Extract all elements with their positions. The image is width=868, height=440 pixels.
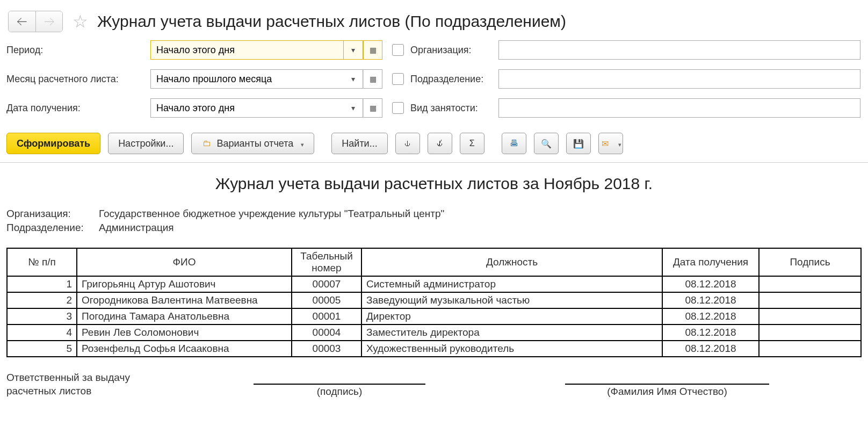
preview-button[interactable]: 🔍	[534, 133, 559, 154]
cell-sign	[759, 276, 861, 292]
floppy-icon: 💾	[573, 138, 584, 149]
cell-num: 4	[7, 324, 77, 341]
cell-num: 2	[7, 292, 77, 308]
report-meta: Организация: Государственное бюджетное у…	[0, 208, 868, 248]
expand-groups-button[interactable]: ⫝	[395, 133, 420, 154]
cell-sign	[759, 308, 861, 324]
cell-fio: Григорьянц Артур Ашотович	[77, 276, 292, 292]
cell-num: 3	[7, 308, 77, 324]
cell-date: 08.12.2018	[662, 324, 759, 341]
organization-input[interactable]	[498, 40, 860, 60]
signature-line-2: (Фамилия Имя Отчество)	[565, 384, 769, 398]
magnifier-icon: 🔍	[541, 138, 552, 149]
col-tab: Табельный номер	[292, 248, 361, 276]
favorite-star-icon[interactable]: ☆	[69, 11, 91, 32]
sigma-icon: Σ	[467, 138, 478, 149]
cell-fio: Огородникова Валентина Матвеевна	[77, 292, 292, 308]
month-calendar-button[interactable]: ▦	[363, 69, 382, 89]
meta-dept-label: Подразделение:	[6, 222, 99, 234]
cell-sign	[759, 341, 861, 357]
email-button[interactable]: ✉	[598, 133, 623, 154]
report-title: Журнал учета выдачи расчетных листов за …	[0, 167, 868, 208]
meta-org-label: Организация:	[6, 208, 99, 220]
col-sign: Подпись	[759, 248, 861, 276]
header: 🡠 🡢 ☆ Журнал учета выдачи расчетных лист…	[0, 0, 868, 38]
cell-fio: Погодина Тамара Анатольевна	[77, 308, 292, 324]
department-input[interactable]	[498, 69, 860, 89]
organization-checkbox[interactable]	[392, 44, 404, 56]
cell-date: 08.12.2018	[662, 341, 759, 357]
cell-date: 08.12.2018	[662, 308, 759, 324]
envelope-icon: ✉	[600, 138, 611, 149]
receive-date-picker: ▾ ▦	[150, 98, 382, 118]
expand-icon: ⫝	[402, 138, 413, 149]
organization-label: Организация:	[410, 45, 498, 56]
cell-fio: Розенфельд Софья Исааковна	[77, 341, 292, 357]
department-checkbox[interactable]	[392, 73, 404, 85]
toolbar: Сформировать Настройки... 🗀 Варианты отч…	[0, 133, 868, 162]
report-body: Журнал учета выдачи расчетных листов за …	[0, 162, 868, 404]
col-date: Дата получения	[662, 248, 759, 276]
receive-date-input[interactable]	[150, 98, 344, 118]
page-title: Журнал учета выдачи расчетных листов (По…	[97, 12, 566, 31]
cell-tab: 00007	[292, 276, 361, 292]
table-row: 2Огородникова Валентина Матвеевна00005За…	[7, 292, 861, 308]
report-variants-button[interactable]: 🗀 Варианты отчета	[191, 133, 314, 154]
cell-num: 5	[7, 341, 77, 357]
settings-button[interactable]: Настройки...	[108, 133, 184, 154]
sum-button[interactable]: Σ	[460, 133, 484, 154]
col-pos: Должность	[361, 248, 662, 276]
cell-pos: Художественный руководитель	[361, 341, 662, 357]
employment-label: Вид занятости:	[410, 103, 498, 114]
table-row: 1Григорьянц Артур Ашотович00007Системный…	[7, 276, 861, 292]
cell-tab: 00001	[292, 308, 361, 324]
print-button[interactable]: 🖶	[502, 133, 526, 154]
table-row: 4Ревин Лев Соломонович00004Заместитель д…	[7, 324, 861, 341]
month-label: Месяц расчетного листа:	[6, 74, 150, 85]
collapse-icon: ⫝̸	[435, 138, 445, 149]
meta-dept-value: Администрация	[99, 222, 174, 234]
report-table: № п/п ФИО Табельный номер Должность Дата…	[6, 248, 862, 357]
cell-num: 1	[7, 276, 77, 292]
forward-button[interactable]: 🡢	[35, 11, 62, 32]
table-row: 5Розенфельд Софья Исааковна00003Художест…	[7, 341, 861, 357]
receive-date-dropdown-button[interactable]: ▾	[344, 98, 363, 118]
receive-date-label: Дата получения:	[6, 103, 150, 114]
folder-icon: 🗀	[201, 138, 212, 149]
find-button[interactable]: Найти...	[331, 133, 387, 154]
calendar-icon: ▦	[370, 75, 377, 83]
cell-date: 08.12.2018	[662, 276, 759, 292]
month-picker: ▾ ▦	[150, 69, 382, 89]
back-button[interactable]: 🡠	[9, 11, 35, 32]
meta-org-value: Государственное бюджетное учреждение кул…	[99, 208, 444, 220]
save-button[interactable]: 💾	[566, 133, 591, 154]
table-row: 3Погодина Тамара Анатольевна00001Директо…	[7, 308, 861, 324]
period-label: Период:	[6, 45, 150, 56]
cell-date: 08.12.2018	[662, 292, 759, 308]
cell-fio: Ревин Лев Соломонович	[77, 324, 292, 341]
cell-sign	[759, 292, 861, 308]
cell-pos: Заместитель директора	[361, 324, 662, 341]
collapse-groups-button[interactable]: ⫝̸	[428, 133, 452, 154]
signature-block: Ответственный за выдачу расчетных листов…	[0, 371, 868, 404]
generate-button[interactable]: Сформировать	[6, 133, 100, 154]
receive-date-calendar-button[interactable]: ▦	[363, 98, 382, 118]
month-input[interactable]	[150, 69, 344, 89]
period-picker: ▾ ▦	[150, 40, 382, 60]
cell-pos: Системный администратор	[361, 276, 662, 292]
calendar-icon: ▦	[370, 104, 377, 112]
responsible-label: Ответственный за выдачу расчетных листов	[6, 371, 146, 398]
cell-tab: 00004	[292, 324, 361, 341]
period-dropdown-button[interactable]: ▾	[344, 40, 363, 60]
employment-checkbox[interactable]	[392, 102, 404, 114]
month-dropdown-button[interactable]: ▾	[344, 69, 363, 89]
employment-input[interactable]	[498, 98, 860, 118]
department-label: Подразделение:	[410, 74, 498, 85]
filters-panel: Период: ▾ ▦ Организация: Месяц расчетног…	[0, 38, 868, 133]
signature-line-1: (подпись)	[254, 384, 425, 398]
cell-pos: Заведующий музыкальной частью	[361, 292, 662, 308]
period-input[interactable]	[150, 40, 344, 60]
col-num: № п/п	[7, 248, 77, 276]
cell-tab: 00003	[292, 341, 361, 357]
period-calendar-button[interactable]: ▦	[363, 40, 382, 60]
